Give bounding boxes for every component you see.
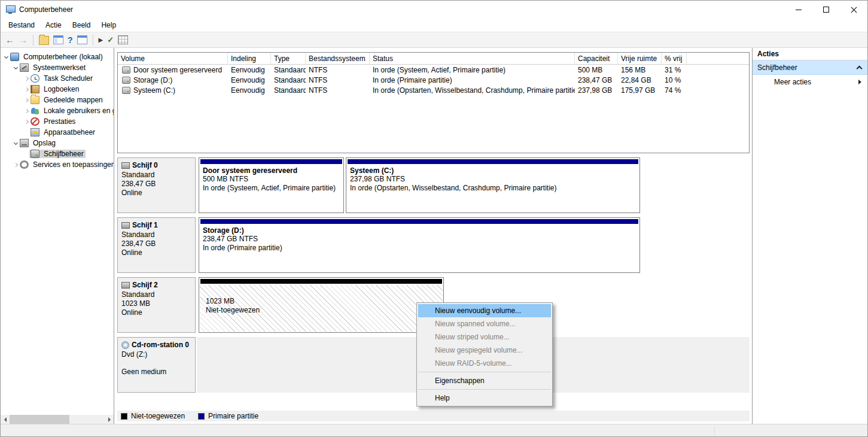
menu-item-new-mirrored-volume: Nieuw gespiegeld volume... [417,344,552,357]
legend-label: Niet-toegewezen [131,412,185,420]
column-header-filler [687,53,749,64]
console-tree-icon[interactable] [53,35,63,44]
menu-item-eigenschappen[interactable]: Eigenschappen [417,374,552,387]
menu-bar: Bestand Actie Beeld Help [1,19,867,32]
disk-type: Standaard [121,230,191,239]
volume-status: In orde (Opstarten, Wisselbestand, Crash… [370,86,575,95]
disk-row-1: Schijf 1 Standaard 238,47 GB Online Stor… [117,217,750,273]
volume-name: Door systeem gereserveerd [133,66,222,74]
tree-item-label: Opslag [31,139,57,147]
disk-1-body: Storage (D:) 238,47 GB NTFS In orde (Pri… [199,217,750,273]
minimize-button[interactable] [785,1,812,19]
scroll-right-button[interactable] [105,415,114,424]
volume-type: Standaard [271,86,306,95]
column-header-pct-vrij[interactable]: % vrij [662,53,687,64]
tree-item-systeemwerkset[interactable]: Systeemwerkset [1,62,114,73]
window-title: Computerbeheer [19,5,73,14]
action-icon[interactable]: ▶ [99,37,103,43]
chevron-collapsed-icon[interactable] [23,120,29,123]
tree-item-task-scheduler[interactable]: Task Scheduler [1,73,114,84]
spacer [121,359,191,368]
close-button[interactable] [840,1,867,19]
check-icon[interactable]: ✓ [107,36,114,44]
tree-item-label: Lokale gebruikers en gr [42,107,114,115]
volume-row-storage-d[interactable]: Storage (D:) Eenvoudig Standaard NTFS In… [118,75,749,85]
disk-2-header[interactable]: Schijf 2 Standaard 1023 MB Online [117,277,196,333]
tree-item-gedeelde-mappen[interactable]: Gedeelde mappen [1,95,114,105]
chevron-expanded-icon[interactable] [13,142,19,144]
column-header-bestandssysteem[interactable]: Bestandssysteem [306,53,370,64]
menu-item-new-simple-volume[interactable]: Nieuw eenvoudig volume... [418,304,551,317]
partition-storage-d[interactable]: Storage (D:) 238,47 GB NTFS In orde (Pri… [199,217,640,273]
volume-status: In orde (Systeem, Actief, Primaire parti… [370,66,575,74]
tree-item-services[interactable]: Services en toepassingen [1,159,114,170]
actions-group-schijfbeheer[interactable]: Schijfbeheer [753,60,867,75]
tree-item-prestaties[interactable]: Prestaties [1,116,114,127]
device-manager-icon [31,128,39,136]
back-icon[interactable]: ← [5,35,14,44]
chevron-expanded-icon[interactable] [13,67,19,69]
column-header-capaciteit[interactable]: Capaciteit [575,53,618,64]
actions-group-label: Schijfbeheer [757,63,797,72]
minimize-icon [796,10,802,10]
disk-1-header[interactable]: Schijf 1 Standaard 238,47 GB Online [117,217,196,273]
volume-layout: Eenvoudig [228,76,271,84]
up-level-icon[interactable] [39,36,49,45]
disk-status: Online [121,308,191,317]
scroll-left-button[interactable] [1,415,10,424]
tree-item-logboeken[interactable]: Logboeken [1,84,114,95]
cdrom-drive-letter: Dvd (Z:) [121,350,191,359]
volume-capacity: 238,47 GB [575,76,618,84]
column-header-indeling[interactable]: Indeling [228,53,271,64]
chevron-collapsed-icon[interactable] [23,110,29,113]
tree-item-schijfbeheer[interactable]: Schijfbeheer [1,148,114,159]
chevron-collapsed-icon[interactable] [23,77,29,80]
partition-status: In orde (Opstarten, Wisselbestand, Crash… [350,184,636,193]
partition-system-reserved[interactable]: Door systeem gereserveerd 500 MB NTFS In… [199,157,344,213]
menu-help[interactable]: Help [96,19,121,32]
menu-actie[interactable]: Actie [40,19,67,32]
more-actions-item[interactable]: Meer acties [753,75,867,89]
disk-name: Schijf 0 [132,161,158,169]
unallocated-area[interactable]: 1023 MB Niet-toegewezen [200,285,443,332]
collapse-chevron-icon[interactable] [857,65,863,71]
maximize-button[interactable] [812,1,840,19]
tree-item-lokale-gebruikers[interactable]: Lokale gebruikers en gr [1,105,114,116]
event-log-icon [31,85,39,93]
column-header-vrije-ruimte[interactable]: Vrije ruimte [618,53,662,64]
column-header-status[interactable]: Status [370,53,575,64]
tree-item-label: Computerbeheer (lokaal) [22,53,105,61]
partition-systeem-c[interactable]: Systeem (C:) 237,98 GB NTFS In orde (Ops… [346,157,640,213]
volume-pct-free: 10 % [662,76,687,84]
chevron-expanded-icon[interactable] [3,56,9,58]
help-icon[interactable]: ? [68,36,73,44]
cdrom-header[interactable]: Cd-rom-station 0 Dvd (Z:) Geen medium [117,337,196,393]
tree-item-opslag[interactable]: Opslag [1,138,114,148]
forward-icon[interactable]: → [19,35,28,44]
menu-beeld[interactable]: Beeld [67,19,96,32]
chevron-collapsed-icon[interactable] [13,163,19,166]
properties-window-icon[interactable] [77,35,87,44]
volume-pct-free: 74 % [662,86,687,95]
volume-row-systeem-c[interactable]: Systeem (C:) Eenvoudig Standaard NTFS In… [118,85,749,95]
partition-unallocated[interactable]: 1023 MB Niet-toegewezen [199,277,444,333]
tree-item-computerbeheer[interactable]: Computerbeheer (lokaal) [1,51,114,62]
volume-row-system-reserved[interactable]: Door systeem gereserveerd Eenvoudig Stan… [118,65,749,75]
volume-name: Systeem (C:) [133,86,175,95]
volume-list: Volume Indeling Type Bestandssysteem Sta… [117,52,750,153]
horizontal-scrollbar[interactable] [1,415,114,424]
chevron-collapsed-icon[interactable] [23,99,29,102]
disk-type: Standaard [121,171,191,180]
scrollbar-thumb[interactable] [10,415,69,424]
disk-0-header[interactable]: Schijf 0 Standaard 238,47 GB Online [117,157,196,213]
tree-item-apparaatbeheer[interactable]: Apparaatbeheer [1,127,114,138]
column-header-type[interactable]: Type [271,53,306,64]
chevron-collapsed-icon[interactable] [23,88,29,91]
disk-management-icon [31,150,39,158]
column-header-volume[interactable]: Volume [118,53,228,64]
primary-partition-color-bar [200,159,342,164]
menu-item-new-raid5-volume: Nieuw RAID-5-volume... [417,357,552,370]
menu-bestand[interactable]: Bestand [3,19,40,32]
list-view-icon[interactable] [118,35,128,44]
menu-item-help[interactable]: Help [417,392,552,405]
